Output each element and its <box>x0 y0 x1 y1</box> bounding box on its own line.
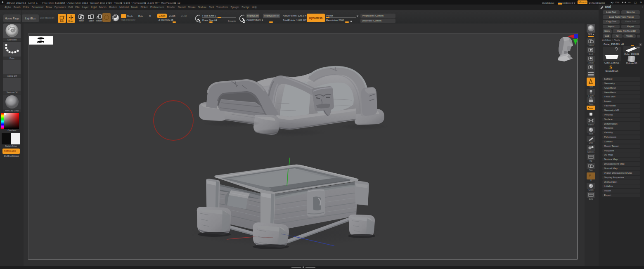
svg-text:S: S <box>199 21 201 24</box>
svg-text:S: S <box>609 64 612 69</box>
